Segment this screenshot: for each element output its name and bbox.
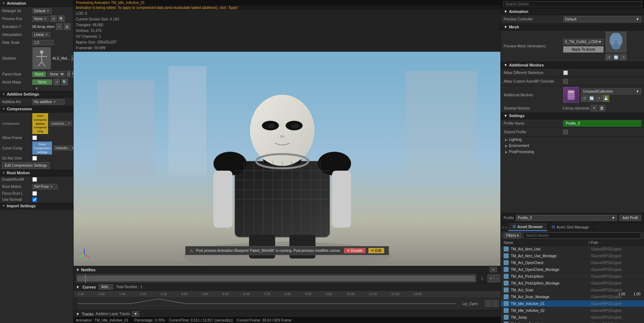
force-root-row: Force Root L [0,190,73,197]
curve-short-dropdown[interactable]: DefaultA... ▼ [53,146,74,151]
animation-track-del-btn[interactable]: 🗑 [64,23,70,30]
compression-section-label: Compression [7,107,32,111]
lighting-row[interactable]: ▶ Lighting [501,137,644,143]
animation-section-header[interactable]: ▼ Animation [0,0,73,7]
status-bar: Animation : TM_Idle_InActive_01 Percenta… [74,317,500,323]
tracks-dropdown-btn[interactable]: ▼ [132,311,139,317]
edit-viewport-btn[interactable]: ✏ Edit [368,248,384,253]
preview-controller-dropdown[interactable]: Default ▼ [563,16,641,22]
additional-meshes-label: Additional Meshes [509,63,544,67]
parent-asset-reset-btn[interactable]: ↺ [67,71,70,77]
retarget-source-row: Retarget So Default ▼ [0,7,73,15]
asset-list-item[interactable]: TM_Idle_InActive_02 /Game/RPGEngine [501,307,644,314]
curve-up-btn[interactable]: ↑ [485,300,491,307]
unsaved-collection-dropdown[interactable]: UnsavedCollection ▼ [581,88,641,94]
profile-footer-label: Profile [504,216,514,220]
allow-custom-anim-checkbox[interactable] [563,79,568,84]
curve-svg [77,297,456,310]
svg-point-13 [250,95,314,166]
search-details-input[interactable] [503,1,642,7]
disable-btn[interactable]: ✕ Disable [344,248,365,253]
profile-dropdown[interactable]: Profile_0 ▼ [516,215,617,221]
mesh-name-dropdown[interactable]: 0_TM_Outfit1_LOD0 ▼ [563,39,603,45]
asset-list-item[interactable]: TM_Act_PickUpItem_Montage /Game/RPGEngin… [501,280,644,287]
rate-scale-input[interactable]: 1.0 [32,40,54,45]
asset-browser-tab-bar: ‹ › ⊞ Asset Browser ⊟ Anim Slot Manage [501,223,644,231]
asset-list-item[interactable]: TM_Act_Item_Use_Montage /Game/RPGEngine [501,253,644,259]
asset-item-name: TM_Act_Item_Use_Montage [511,254,589,258]
allow-frame-row: Allow Frame [0,135,73,141]
filters-btn[interactable]: Filters ▾ [504,233,521,238]
preview-pose-reset-btn[interactable]: ↺ [50,15,57,22]
curve-down-btn[interactable]: ↓ [492,300,499,307]
import-section-header[interactable]: ▼ Import Settings [0,203,73,209]
additional-mesh-reset-btn[interactable]: ↺ [581,95,588,102]
additional-meshes-header[interactable]: ▼ Additional Meshes [501,62,644,69]
parent-asset-row: Parent Asse None None ↺ 🔍 [0,70,73,78]
preview-pose-browse-btn[interactable]: 🔍 [58,15,65,22]
asset-list-item[interactable]: TM_Jump_Double /Game/RPGEngine [501,321,644,323]
environment-row[interactable]: ▶ Environment [501,143,644,149]
asset-mapping-browse-btn[interactable]: 🔍 [61,79,68,85]
status-current-time: CurrentTime: 0.511 / 13.817 (second(s)) [169,318,233,322]
asset-list-item[interactable]: TM_Jump /Game/RPGEngine [501,314,644,321]
skeletal-del-btn[interactable]: 🗑 [599,105,605,111]
asset-item-path: /Game/RPGEngine [591,247,641,251]
right-mesh-header[interactable]: ▼ Mesh [501,24,644,31]
do-not-over-checkbox[interactable] [32,156,37,161]
settings-header[interactable]: ▼ Settings [501,112,644,119]
curves-label: Curves [83,285,96,289]
interpolation-dropdown[interactable]: Linear ▼ [32,32,50,37]
compression-short-dropdown[interactable]: AnimCor... ▼ [50,121,72,126]
additional-mesh-open-btn[interactable]: ↗ [596,95,602,102]
additional-mesh-save-btn[interactable]: 💾 [603,95,609,102]
asset-list-item[interactable]: TM_Act_PickUpItem /Game/RPGEngine [501,273,644,280]
root-motion-section-header[interactable]: ▼ Root Motion [0,170,73,176]
profile-name-input[interactable]: Profile_0 [563,120,641,126]
right-animation-header[interactable]: ▼ Animation [501,8,644,15]
notifies-expand-btn[interactable]: + [487,275,494,282]
mesh-browse-btn[interactable]: 🔄 [613,54,619,60]
allow-diff-skeletons-checkbox[interactable]: ✓ [563,70,568,75]
root-motion-dropdown[interactable]: Ref Pose ▼ [32,184,57,189]
animation-track-value: 68 Array elem [32,25,55,29]
search-assets-input[interactable] [523,232,641,239]
mesh-reset-btn[interactable]: ↺ [606,54,612,60]
apply-to-asset-btn[interactable]: Apply To Asset [563,46,603,52]
curves-add-btn[interactable]: Add... [99,284,113,290]
notifies-add-btn[interactable]: + [490,267,497,272]
add-profile-btn[interactable]: Add Profil [619,215,641,221]
notifies-shrink-btn[interactable]: - [494,275,500,282]
mesh-open-btn[interactable]: ↗ [620,54,626,60]
interpolation-row: Interpolation Linear ▼ [0,31,73,38]
asset-mapping-reset-btn[interactable]: ↺ [53,79,60,85]
additional-mesh-browse-btn[interactable]: 🔄 [588,95,595,102]
tab-anim-slot[interactable]: ⊟ Anim Slot Manage [547,223,593,231]
animation-track-add-btn[interactable]: + [56,23,62,30]
tab-forward-btn[interactable]: › [505,224,507,230]
asset-list-item[interactable]: TM_Act_OpenChest_Montage /Game/RPGEngine [501,266,644,273]
asset-list-item[interactable]: TM_Idle_InActive_01 /Game/RPGEngine [501,300,644,307]
shared-profile-checkbox[interactable] [563,130,568,134]
parent-asset-dropdown[interactable]: None [47,71,65,77]
tab-asset-browser[interactable]: ⊞ Asset Browser [508,223,547,231]
asset-mapping-row: Asset Mapp None ↺ 🔍 [0,78,73,86]
asset-list-item[interactable]: TM_Act_OpenChest /Game/RPGEngine [501,259,644,266]
skeletal-add-btn[interactable]: + [591,105,597,111]
retarget-source-dropdown[interactable]: Default ▼ [32,8,52,14]
postprocessing-row[interactable]: ▶ PostProcessing [501,149,644,155]
enable-root-checkbox[interactable] [32,177,37,182]
additive-section-header[interactable]: ▼ Additive Settings [0,91,73,98]
additive-anim-dropdown[interactable]: No additive ▼ [32,99,65,105]
edit-compression-btn[interactable]: Edit Compression Settings [2,162,50,169]
force-root-checkbox[interactable] [32,191,37,196]
tab-back-btn[interactable]: ‹ [502,224,504,230]
notifies-track: 1 + - [74,273,500,283]
settings-label: Settings [509,114,524,118]
compression-section-header[interactable]: ▼ Compression [0,106,73,112]
preview-pose-dropdown[interactable]: None ▼ [32,16,49,22]
status-percentage: Percentage: 3.70% [134,318,165,322]
allow-frame-checkbox[interactable] [32,135,37,140]
asset-list-item[interactable]: TM_Act_Item_Use /Game/RPGEngine [501,246,644,253]
use-normal-checkbox[interactable] [32,197,37,202]
